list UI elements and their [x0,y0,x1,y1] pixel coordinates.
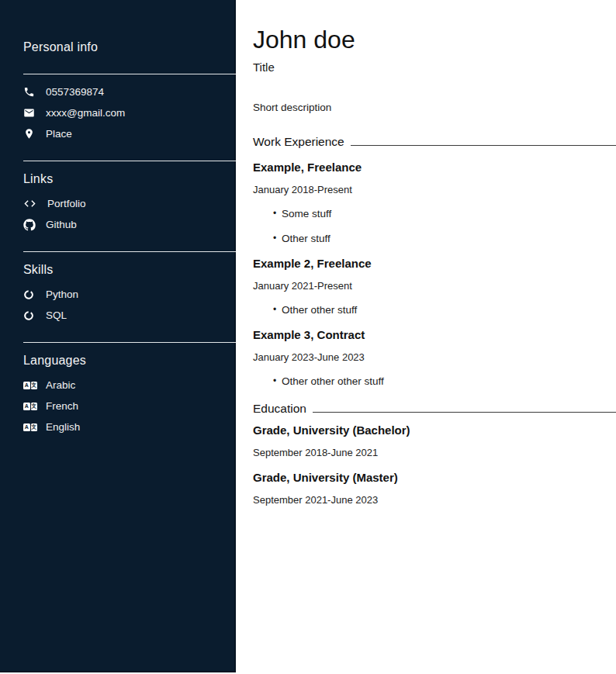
divider [23,161,236,161]
languages-heading: Languages [23,354,234,368]
translate-icon-right: 文 [31,382,38,389]
github-link[interactable]: Github [23,214,234,235]
section-divider-line [313,412,616,413]
language-item: A 文 English [23,416,234,437]
sidebar: Personal info 0557369874 xxxx@gmail.com … [0,0,236,672]
translate-icon-left: A [23,382,30,389]
education-period: September 2021-June 2023 [253,494,616,506]
education-entry: Grade, University (Bachelor) September 2… [253,423,616,459]
language-item: A 文 Arabic [23,375,234,396]
translate-icon-right: 文 [31,403,38,410]
skill-item: SQL [23,305,234,326]
language-item: A 文 French [23,396,234,416]
personal-info-list: 0557369874 xxxx@gmail.com Place [23,81,234,144]
phone-item: 0557369874 [23,81,234,102]
github-label: Github [46,219,77,230]
education-title: Grade, University (Bachelor) [253,423,616,437]
email-icon [23,107,37,119]
place-icon [23,128,37,140]
bullet-item: Other other other stuff [273,375,616,388]
language-label: French [46,400,78,412]
experience-period: January 2018-Present [253,184,616,196]
bullet-item: Other other stuff [273,303,616,316]
experience-entry: Example 3, Contract January 2023-June 20… [253,328,616,388]
divider [23,251,236,252]
work-experience-heading: Work Experience [253,135,344,149]
personal-info-heading: Personal info [23,40,234,54]
section-divider-line [351,145,616,146]
translate-icon-left: A [23,403,30,410]
place-item: Place [23,123,234,144]
languages-list: A 文 Arabic A 文 French A 文 English [23,375,234,437]
code-icon [23,197,37,210]
short-description: Short description [253,102,616,113]
portfolio-label: Portfolio [47,198,86,209]
divider [23,74,236,74]
experience-title: Example, Freelance [253,161,616,175]
place-label: Place [46,128,72,140]
skill-label: SQL [46,309,67,321]
translate-icon-left: A [23,423,30,431]
github-icon [23,219,37,231]
education-period: September 2018-June 2021 [253,447,616,459]
translate-icon-right: 文 [31,423,38,431]
bullet-item: Some stuff [273,207,616,220]
translate-icon: A 文 [23,423,37,431]
translate-icon: A 文 [23,403,37,410]
email-address: xxxx@gmail.com [46,107,125,119]
education-header: Education [253,402,616,416]
phone-icon [23,86,37,98]
job-title: Title [253,60,616,74]
links-list: Portfolio Github [23,193,234,235]
language-label: English [46,421,80,433]
translate-icon: A 文 [23,382,37,389]
experience-period: January 2021-Present [253,280,616,292]
experience-bullets: Some stuff Other stuff [253,207,616,245]
skill-label: Python [46,289,78,300]
language-label: Arabic [46,379,75,391]
work-experience-header: Work Experience [253,135,616,149]
portfolio-link[interactable]: Portfolio [23,193,234,214]
skill-item: Python [23,284,234,305]
experience-title: Example 2, Freelance [253,257,616,271]
circle-icon [23,289,37,300]
experience-entry: Example, Freelance January 2018-Present … [253,161,616,245]
experience-period: January 2023-June 2023 [253,351,616,364]
divider [23,342,236,343]
links-heading: Links [23,172,234,186]
education-entry: Grade, University (Master) September 202… [253,471,616,506]
email-item: xxxx@gmail.com [23,102,234,123]
skills-list: Python SQL [23,284,234,326]
skills-heading: Skills [23,263,234,277]
experience-entry: Example 2, Freelance January 2021-Presen… [253,257,616,316]
person-name: John doe [253,26,616,53]
circle-icon [23,310,37,321]
education-title: Grade, University (Master) [253,471,616,485]
resume-body: John doe Title Short description Work Ex… [236,0,616,674]
experience-bullets: Other other stuff [253,303,616,316]
phone-number: 0557369874 [46,86,104,98]
experience-title: Example 3, Contract [253,328,616,342]
experience-bullets: Other other other stuff [253,375,616,388]
education-heading: Education [253,402,306,416]
bullet-item: Other stuff [273,232,616,245]
